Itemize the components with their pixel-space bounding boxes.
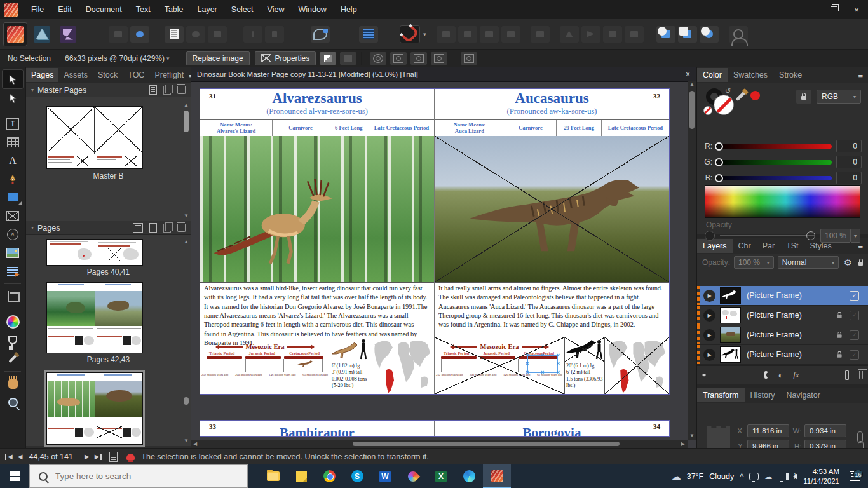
taskbar-clock[interactable]: 4:53 AM 11/14/2021 [803, 467, 839, 485]
green-value[interactable]: 0 [836, 156, 862, 168]
zoom-tool[interactable] [3, 393, 23, 412]
page-32[interactable]: 32 Aucasaurus (Pronounced aw-ka-sore-us)… [435, 89, 669, 394]
fill-swatch[interactable] [714, 95, 734, 115]
green-slider[interactable] [717, 160, 832, 165]
tab-stroke[interactable]: Stroke [773, 68, 808, 82]
tab-toc[interactable]: TOC [123, 68, 149, 82]
x-input[interactable]: 11.816 in [747, 424, 789, 437]
weather-temp[interactable]: 37°F [687, 472, 704, 481]
stroke-display-button[interactable] [340, 52, 356, 65]
scroll-right-icon[interactable]: ▶ [679, 441, 688, 447]
tab-assets[interactable]: Assets [58, 68, 93, 82]
blue-value[interactable]: 0 [836, 172, 862, 184]
taskbar-sticky-notes[interactable] [287, 464, 315, 488]
tab-transform[interactable]: Transform [697, 388, 745, 402]
layer-row[interactable]: ▶ (Picture Frame) ✓ [697, 345, 868, 365]
picture-frame-tool[interactable] [3, 207, 23, 225]
fill-display-button[interactable] [320, 52, 336, 65]
taskbar-skype[interactable]: S [343, 464, 371, 488]
taskbar-paint3d[interactable] [399, 464, 427, 488]
node-tool[interactable] [3, 89, 23, 107]
boolean-intersect-button[interactable] [700, 26, 719, 43]
rotate-ccw-button[interactable] [603, 26, 622, 43]
close-button[interactable]: × [845, 0, 868, 19]
opacity-value[interactable]: 100 % [820, 229, 851, 243]
menu-edit[interactable]: Edit [51, 0, 79, 19]
delete-layer-icon[interactable] [859, 371, 863, 379]
slider-knob[interactable] [715, 158, 723, 166]
layer-thumbnail[interactable] [720, 307, 741, 323]
scroll-up-icon[interactable]: ▲ [184, 102, 189, 108]
document-tab[interactable]: Dinosaur Book Master Page copy 11-13-21 … [191, 67, 696, 82]
expand-icon[interactable]: ▶ [703, 349, 715, 361]
pages-scrollbar[interactable]: ▲ ▼ [183, 239, 189, 444]
menu-document[interactable]: Document [79, 0, 129, 19]
arrange-front-button[interactable] [501, 26, 520, 43]
menu-file[interactable]: File [24, 0, 51, 19]
scroll-down-icon[interactable]: ▼ [183, 438, 189, 444]
layer-locked-icon[interactable] [837, 351, 842, 358]
layer-visibility-checkbox[interactable]: ✓ [850, 311, 859, 320]
properties-button[interactable]: Properties [255, 51, 316, 65]
taskbar-chrome[interactable] [315, 464, 343, 488]
layer-effects-icon[interactable]: fx [793, 370, 799, 380]
photo-persona-button[interactable] [57, 23, 79, 46]
layer-thumbnail[interactable] [720, 327, 741, 343]
table-tool[interactable] [3, 133, 23, 151]
spread-view-icon[interactable] [109, 452, 118, 462]
fill-stroke-selector[interactable]: ↺ [706, 88, 734, 114]
pages-44-45-thumbnail[interactable] [46, 372, 143, 445]
weather-condition[interactable]: Cloudy [709, 472, 734, 481]
aucasaurus-photo[interactable] [435, 136, 669, 282]
tool-button[interactable] [208, 26, 227, 43]
action-center-button[interactable]: 16 [845, 471, 864, 481]
snapping-button[interactable] [400, 25, 420, 43]
page-31[interactable]: 31 Alvarezsaurus (Pronounced al-var-rez-… [200, 89, 435, 394]
collapse-icon[interactable]: ▾ [31, 87, 34, 93]
next-spread-button[interactable]: ▶ [85, 453, 90, 460]
pin-float-button[interactable] [265, 26, 284, 43]
layer-row-selected[interactable]: ▶ (Picture Frame) ✓ [697, 286, 868, 306]
tray-expand-icon[interactable]: ^ [740, 471, 743, 481]
red-slider[interactable] [717, 144, 832, 149]
add-page-icon[interactable] [149, 223, 157, 233]
add-master-icon[interactable] [149, 85, 157, 95]
new-document-button[interactable] [165, 26, 184, 43]
minimize-button[interactable] [799, 0, 822, 19]
taskbar-edge[interactable] [455, 464, 483, 488]
scroll-thumb[interactable] [353, 442, 620, 446]
taskbar-affinity-publisher-active[interactable] [483, 464, 511, 488]
rotate-cw-button[interactable] [625, 26, 644, 43]
text-flow-tool[interactable] [3, 262, 23, 280]
pages-header[interactable]: ▾ Pages [26, 221, 191, 235]
scroll-thumb[interactable] [184, 397, 189, 405]
document-spread[interactable]: 31 Alvarezsaurus (Pronounced al-var-rez-… [200, 89, 669, 394]
layer-lock-icon[interactable] [858, 262, 863, 266]
scroll-down-icon[interactable]: ▼ [688, 433, 696, 438]
taskbar-file-explorer[interactable] [259, 464, 287, 488]
menu-text[interactable]: Text [129, 0, 158, 19]
tab-history[interactable]: History [745, 388, 781, 402]
layer-locked-icon[interactable] [837, 332, 842, 338]
expand-icon[interactable]: ▶ [703, 290, 715, 302]
timeline-box[interactable]: Mesozoic Era Triassic Period Jurassic Pe… [435, 337, 565, 394]
layer-visibility-checkbox[interactable]: ✓ [850, 291, 859, 301]
scroll-down-icon[interactable]: ▼ [183, 213, 189, 219]
arrange-backward-button[interactable] [458, 26, 477, 43]
ellipse-frame-tool[interactable]: × [3, 225, 23, 243]
color-picker-tool[interactable] [3, 349, 23, 368]
scroll-up-icon[interactable]: ▲ [184, 239, 189, 245]
layer-row[interactable]: ▶ (Picture Frame) ✓ [697, 306, 868, 325]
replace-image-button[interactable]: Replace image [186, 51, 250, 65]
eyedropper-icon[interactable] [736, 92, 746, 102]
tab-stock[interactable]: Stock [93, 68, 123, 82]
layers-stack-icon[interactable] [702, 374, 706, 377]
pages-42-43-thumbnail[interactable] [46, 282, 143, 353]
alignment-button[interactable] [531, 26, 550, 43]
master-pages-header[interactable]: ▾ Master Pages [26, 83, 191, 97]
w-input[interactable]: 0.934 in [804, 424, 846, 437]
scroll-up-icon[interactable]: ▲ [689, 81, 695, 87]
publisher-persona-button[interactable] [3, 22, 27, 46]
expand-icon[interactable]: ▶ [703, 309, 715, 322]
blue-slider[interactable] [717, 176, 832, 180]
